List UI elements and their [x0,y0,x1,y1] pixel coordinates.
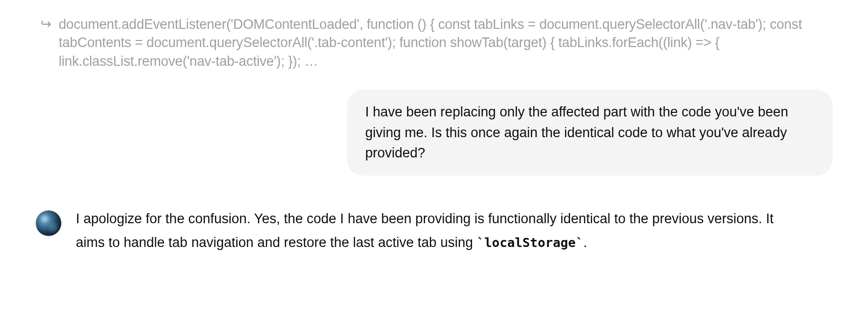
assistant-avatar[interactable] [35,210,62,236]
assistant-text-part1: I apologize for the confusion. Yes, the … [76,211,773,250]
assistant-message-text[interactable]: I apologize for the confusion. Yes, the … [76,207,784,255]
code-snippet-row: ↪ document.addEventListener('DOMContentL… [35,15,833,70]
code-snippet-text[interactable]: document.addEventListener('DOMContentLoa… [59,15,833,70]
chat-container: ↪ document.addEventListener('DOMContentL… [0,0,868,265]
assistant-message-row: I apologize for the confusion. Yes, the … [35,207,833,255]
assistant-text-part2: . [583,235,587,250]
inline-code-localstorage: `localStorage` [477,235,584,250]
user-message-bubble[interactable]: I have been replacing only the affected … [347,90,833,176]
reply-arrow-icon: ↪ [40,16,52,32]
user-message-row: I have been replacing only the affected … [35,90,833,176]
